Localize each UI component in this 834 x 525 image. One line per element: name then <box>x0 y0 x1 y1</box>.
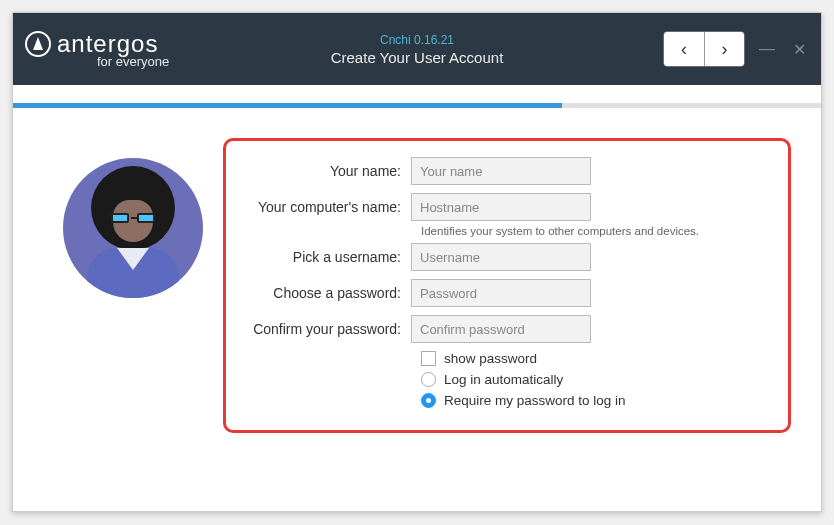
hostname-input[interactable] <box>411 193 591 221</box>
minimize-icon: — <box>759 40 775 58</box>
name-input[interactable] <box>411 157 591 185</box>
show-password-label: show password <box>444 351 537 366</box>
close-button[interactable]: ✕ <box>789 39 809 59</box>
autologin-label: Log in automatically <box>444 372 563 387</box>
step-title: Create Your User Account <box>331 49 504 66</box>
brand-icon <box>25 31 51 57</box>
user-avatar <box>63 158 203 298</box>
progress-bar <box>13 103 821 108</box>
titlebar: antergos for everyone Cnchi 0.16.21 Crea… <box>13 13 821 85</box>
hostname-label: Your computer's name: <box>236 199 411 215</box>
minimize-button[interactable]: — <box>757 39 777 59</box>
user-form: Your name: Your computer's name: Identif… <box>223 138 791 433</box>
nav-buttons: ‹ › <box>663 31 745 67</box>
back-button[interactable]: ‹ <box>664 32 704 66</box>
form-options: show password Log in automatically Requi… <box>421 351 768 408</box>
password-label: Choose a password: <box>236 285 411 301</box>
chevron-left-icon: ‹ <box>681 39 687 60</box>
confirm-password-label: Confirm your password: <box>236 321 411 337</box>
show-password-checkbox[interactable] <box>421 351 436 366</box>
brand-tagline: for everyone <box>97 54 169 69</box>
close-icon: ✕ <box>793 40 806 59</box>
require-password-radio[interactable] <box>421 393 436 408</box>
require-password-label: Require my password to log in <box>444 393 626 408</box>
autologin-radio[interactable] <box>421 372 436 387</box>
brand-logo: antergos for everyone <box>25 30 169 69</box>
confirm-password-input[interactable] <box>411 315 591 343</box>
chevron-right-icon: › <box>722 39 728 60</box>
name-label: Your name: <box>236 163 411 179</box>
content-area: Your name: Your computer's name: Identif… <box>13 108 821 433</box>
hostname-help: Identifies your system to other computer… <box>421 225 768 237</box>
username-label: Pick a username: <box>236 249 411 265</box>
installer-version: Cnchi 0.16.21 <box>331 33 504 47</box>
forward-button[interactable]: › <box>704 32 744 66</box>
password-input[interactable] <box>411 279 591 307</box>
header-center: Cnchi 0.16.21 Create Your User Account <box>331 33 504 66</box>
installer-window: antergos for everyone Cnchi 0.16.21 Crea… <box>12 12 822 512</box>
username-input[interactable] <box>411 243 591 271</box>
progress-fill <box>13 103 562 108</box>
